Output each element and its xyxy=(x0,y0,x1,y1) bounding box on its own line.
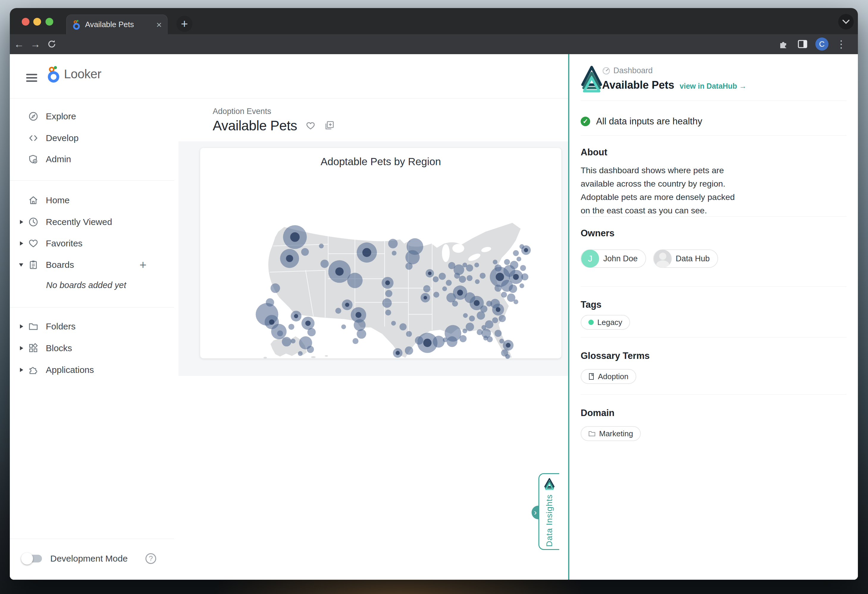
tags-heading: Tags xyxy=(581,299,601,310)
sidebar-item-folders[interactable]: Folders xyxy=(10,316,174,337)
browser-menu-kebab-icon[interactable]: ⋮ xyxy=(834,37,848,52)
health-status-text: All data inputs are healthy xyxy=(596,116,702,127)
new-tab-button[interactable]: + xyxy=(176,16,192,32)
sidebar-item-explore[interactable]: Explore xyxy=(10,106,174,127)
looker-logo-icon xyxy=(46,65,61,83)
code-icon xyxy=(27,133,40,143)
forward-button[interactable]: → xyxy=(28,37,42,52)
sidebar-divider xyxy=(10,180,174,181)
chart-title: Adoptable Pets by Region xyxy=(200,156,561,167)
tab-title: Available Pets xyxy=(85,20,152,29)
sidebar-item-recently-viewed[interactable]: Recently Viewed xyxy=(10,211,174,233)
collapse-caret-icon[interactable] xyxy=(19,263,23,267)
expand-caret-icon[interactable] xyxy=(20,324,23,328)
tag-color-dot xyxy=(588,320,594,325)
owner-pill[interactable]: Data Hub xyxy=(653,250,718,268)
browser-window: Available Pets × + ← → acryl.cloud.looke… xyxy=(10,8,858,580)
bookmark-icon xyxy=(588,373,594,380)
back-button[interactable]: ← xyxy=(12,37,26,52)
entity-title: Available Pets xyxy=(602,79,675,92)
header-divider xyxy=(10,98,569,99)
macos-zoom-button[interactable] xyxy=(46,18,53,26)
avatar xyxy=(654,250,672,267)
hamburger-menu-icon[interactable] xyxy=(26,74,37,82)
dashboard-title-row: Available Pets xyxy=(213,118,335,134)
map-tile-card[interactable]: Adoptable Pets by Region xyxy=(200,148,562,359)
looker-logo: Looker xyxy=(46,65,101,83)
glossary-list: Adoption xyxy=(581,369,636,384)
health-check-icon: ✓ xyxy=(581,117,590,126)
about-heading: About xyxy=(581,147,607,158)
datahub-logo xyxy=(581,64,602,94)
page-title: Available Pets xyxy=(213,118,297,134)
entity-header: Dashboard Available Pets view in DataHub… xyxy=(602,66,747,92)
add-board-button[interactable]: + xyxy=(140,258,146,272)
home-icon xyxy=(27,195,40,205)
sidebar-divider xyxy=(10,539,174,539)
expand-caret-icon[interactable] xyxy=(20,220,23,224)
us-bubble-map xyxy=(200,148,562,359)
owner-pill[interactable]: J John Doe xyxy=(581,250,646,268)
chevron-right-icon: › xyxy=(534,508,537,517)
health-status-row: ✓ All data inputs are healthy xyxy=(581,116,702,127)
expand-caret-icon[interactable] xyxy=(20,346,23,350)
panel-divider xyxy=(581,100,847,101)
about-text: This dashboard shows where pets are avai… xyxy=(581,164,737,217)
glossary-heading: Glossary Terms xyxy=(581,350,650,361)
folder-icon xyxy=(27,321,40,331)
development-mode-toggle[interactable] xyxy=(22,555,42,563)
macos-close-button[interactable] xyxy=(22,18,30,26)
sidebar-item-boards[interactable]: Boards + xyxy=(10,254,174,276)
heart-icon xyxy=(27,238,40,248)
data-insights-tab[interactable]: Data Insights xyxy=(539,473,559,550)
shield-person-icon xyxy=(27,154,40,164)
profile-avatar[interactable]: C xyxy=(815,37,829,52)
folder-icon xyxy=(588,431,595,437)
blocks-icon xyxy=(27,343,40,353)
browser-toolbar: ← → acryl.cloud.looker.com/dashboards/13… xyxy=(10,34,858,54)
macos-minimize-button[interactable] xyxy=(33,18,41,26)
glossary-term-chip[interactable]: Adoption xyxy=(581,369,636,384)
favorite-heart-icon[interactable] xyxy=(306,121,316,130)
entity-type-label: Dashboard xyxy=(613,66,652,75)
view-in-datahub-link[interactable]: view in DataHub → xyxy=(680,82,747,90)
sidebar-item-applications[interactable]: Applications xyxy=(10,359,174,381)
expand-caret-icon[interactable] xyxy=(20,241,23,245)
panel-divider xyxy=(581,135,847,136)
owners-list: J John Doe Data Hub xyxy=(581,250,718,268)
panel-divider xyxy=(581,216,847,217)
side-panel-icon[interactable] xyxy=(796,37,809,52)
panel-divider-line xyxy=(568,54,569,580)
insights-tab-label: Data Insights xyxy=(545,494,554,547)
tag-chip[interactable]: Legacy xyxy=(581,315,630,330)
domain-chip[interactable]: Marketing xyxy=(581,426,641,441)
domain-heading: Domain xyxy=(581,408,614,418)
breadcrumb[interactable]: Adoption Events xyxy=(213,107,271,116)
expand-caret-icon[interactable] xyxy=(20,368,23,372)
browser-tab-strip: Available Pets × + xyxy=(10,8,858,34)
window-chevron-button[interactable] xyxy=(838,14,854,30)
looker-wordmark: Looker xyxy=(64,67,101,81)
boards-empty-message: No boards added yet xyxy=(46,280,171,290)
add-to-board-icon[interactable] xyxy=(324,120,335,131)
development-mode-label: Development Mode xyxy=(50,554,128,564)
sidebar-item-blocks[interactable]: Blocks xyxy=(10,337,174,359)
tags-list: Legacy xyxy=(581,315,630,330)
tab-close-icon[interactable]: × xyxy=(156,20,162,30)
looker-favicon xyxy=(72,20,81,30)
datahub-panel: Dashboard Available Pets view in DataHub… xyxy=(569,54,858,580)
sidebar-divider xyxy=(10,307,174,307)
reload-button[interactable] xyxy=(45,37,59,52)
sidebar-item-favorites[interactable]: Favorites xyxy=(10,233,174,254)
extensions-puzzle-icon[interactable] xyxy=(776,37,790,52)
help-icon[interactable]: ? xyxy=(145,553,156,564)
development-mode-row: Development Mode ? xyxy=(10,548,174,569)
clipboard-icon xyxy=(27,260,40,270)
sidebar-item-develop[interactable]: Develop xyxy=(10,127,174,149)
browser-tab[interactable]: Available Pets × xyxy=(66,15,167,34)
chevron-down-icon xyxy=(842,19,850,24)
domain-list: Marketing xyxy=(581,426,641,441)
sidebar-item-admin[interactable]: Admin xyxy=(10,149,174,170)
sidebar-item-home[interactable]: Home xyxy=(10,189,174,211)
dashboard-gauge-icon xyxy=(602,66,610,75)
